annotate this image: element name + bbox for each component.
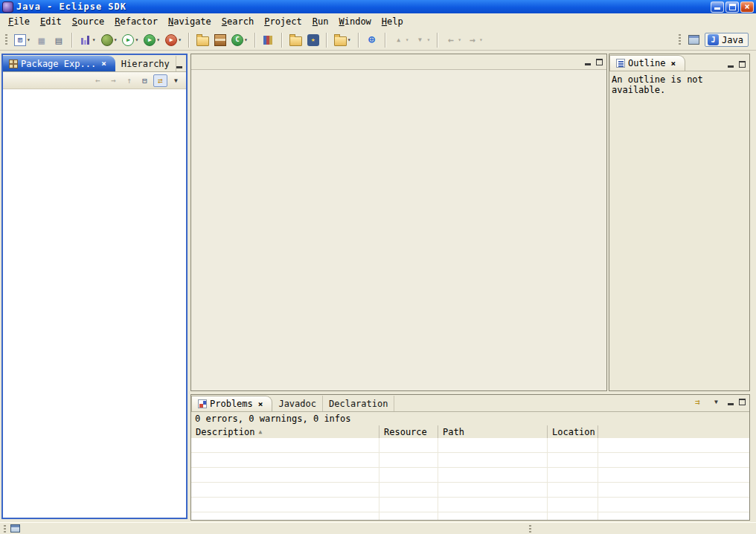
tab-javadoc[interactable]: Javadoc: [272, 396, 323, 411]
editor-area: [190, 54, 607, 391]
toolbar-drag-handle[interactable]: [5, 34, 7, 46]
maximize-editor-icon[interactable]: [596, 59, 603, 65]
toolbar-separator: [188, 33, 190, 48]
column-location[interactable]: Location: [548, 425, 598, 439]
column-path[interactable]: Path: [438, 425, 548, 439]
menu-source[interactable]: Source: [67, 14, 109, 29]
back-view-button[interactable]: ←: [91, 74, 105, 87]
filter-button[interactable]: ⇉: [691, 396, 705, 408]
view-menu-button[interactable]: ▼: [169, 74, 183, 87]
minimize-editor-icon[interactable]: [585, 59, 592, 65]
window-title: Java - Eclipse SDK: [16, 1, 126, 12]
fast-view-icon[interactable]: [10, 524, 20, 533]
menu-window[interactable]: Window: [333, 14, 376, 29]
package-explorer-tree[interactable]: [3, 89, 186, 518]
forward-arrow-icon: →: [467, 34, 478, 46]
web-browser-button[interactable]: ⊕: [364, 32, 380, 48]
menu-file[interactable]: File: [3, 14, 35, 29]
java-perspective-button[interactable]: J Java: [705, 33, 749, 47]
debug-button[interactable]: ▾: [99, 32, 120, 48]
minimize-view-icon[interactable]: [728, 399, 734, 405]
external-tools-button[interactable]: ▶ ▾: [163, 32, 184, 48]
minimize-view-icon[interactable]: [176, 62, 183, 68]
menu-navigate[interactable]: Navigate: [163, 14, 217, 29]
open-perspective-button[interactable]: [686, 33, 702, 47]
view-menu-button[interactable]: ▼: [709, 396, 723, 408]
toolbar-group-file: ⊞ ▾ ▦ ▤: [10, 32, 69, 48]
problems-view-controls: ⇉ ▼: [691, 396, 749, 411]
titlebar: Java - Eclipse SDK ×: [0, 0, 756, 13]
open-type-button[interactable]: [260, 32, 277, 48]
new-class-button[interactable]: C ▾: [229, 32, 250, 48]
run-button[interactable]: ▶ ▾: [120, 32, 141, 48]
maximize-button[interactable]: [725, 1, 739, 13]
previous-annotation-button[interactable]: ▲ ▾: [391, 32, 411, 48]
menu-search[interactable]: Search: [217, 14, 259, 29]
open-perspective-icon: [688, 35, 699, 45]
tab-package-explorer[interactable]: Package Exp... ×: [3, 56, 115, 71]
package-explorer-tab-icon: [9, 59, 18, 68]
print-button[interactable]: ▤: [51, 32, 67, 48]
menu-project[interactable]: Project: [259, 14, 307, 29]
toolbar-separator: [437, 33, 438, 48]
save-button[interactable]: ▦: [33, 32, 50, 48]
menubar: File Edit Source Refactor Navigate Searc…: [0, 13, 756, 30]
toolbar-group-browser: ⊕: [362, 32, 382, 48]
close-button[interactable]: ×: [740, 1, 754, 13]
next-annotation-button[interactable]: ▼ ▾: [411, 32, 432, 48]
new-java-project-button[interactable]: [194, 31, 211, 48]
toolbar-separator: [281, 33, 283, 48]
profile-icon: [80, 34, 92, 46]
column-filler: [598, 425, 749, 439]
open-resource-icon: [334, 36, 347, 46]
outline-tab-icon: [616, 59, 625, 68]
minimize-view-icon[interactable]: [728, 61, 734, 68]
tab-declaration[interactable]: Declaration: [323, 396, 394, 411]
new-wizard-icon: ⊞: [14, 34, 26, 46]
toolbar-separator: [254, 33, 256, 48]
problems-table-body[interactable]: [191, 438, 749, 520]
collapse-all-button[interactable]: ⊟: [138, 74, 152, 87]
menu-help[interactable]: Help: [377, 14, 409, 29]
toolbar-separator: [71, 33, 73, 48]
search-button[interactable]: ★: [305, 32, 321, 48]
forward-view-button[interactable]: →: [106, 74, 121, 87]
column-description[interactable]: Description ▲: [191, 425, 379, 439]
forward-button[interactable]: → ▾: [464, 32, 485, 48]
outline-tab-label: Outline: [628, 58, 666, 68]
link-with-editor-button[interactable]: ⇄: [153, 74, 167, 87]
menu-run[interactable]: Run: [307, 14, 334, 29]
table-row: [191, 468, 749, 483]
statusbar-center-handle[interactable]: [529, 525, 531, 533]
back-button[interactable]: ← ▾: [443, 32, 464, 48]
run-as-button[interactable]: ▶ ▾: [141, 32, 162, 48]
problems-view: Problems × Javadoc Declaration ⇉ ▼ 0 err…: [190, 394, 750, 521]
table-row: [191, 512, 749, 520]
new-package-button[interactable]: [212, 32, 228, 48]
dropdown-arrow-icon: ▾: [479, 37, 483, 43]
menu-edit[interactable]: Edit: [35, 14, 67, 29]
column-path-label: Path: [443, 427, 464, 437]
statusbar-drag-handle[interactable]: [4, 525, 6, 533]
toolbar-group-type: [258, 32, 279, 48]
up-view-button[interactable]: ↑: [122, 74, 136, 87]
tab-problems[interactable]: Problems ×: [191, 396, 272, 411]
dropdown-arrow-icon: ▾: [347, 37, 351, 43]
tab-outline[interactable]: Outline ×: [609, 55, 685, 71]
package-explorer-view: Package Exp... × Hierarchy ← → ↑ ⊟ ⇄ ▼: [1, 54, 188, 519]
minimize-button[interactable]: [711, 1, 724, 13]
close-tab-icon[interactable]: ×: [258, 400, 263, 408]
maximize-view-icon[interactable]: [739, 399, 746, 405]
menu-refactor[interactable]: Refactor: [109, 14, 163, 29]
close-tab-icon[interactable]: ×: [671, 59, 676, 68]
open-resource-button[interactable]: ▾: [332, 31, 353, 48]
tab-hierarchy[interactable]: Hierarchy: [115, 56, 176, 71]
profile-button[interactable]: ▾: [77, 32, 98, 48]
close-tab-icon[interactable]: ×: [101, 59, 106, 68]
perspective-bar-handle[interactable]: [679, 34, 681, 46]
maximize-view-icon[interactable]: [739, 61, 746, 68]
column-resource[interactable]: Resource: [379, 425, 438, 439]
new-wizard-button[interactable]: ⊞ ▾: [12, 32, 33, 48]
open-file-button[interactable]: [287, 31, 304, 48]
close-icon: ×: [744, 2, 749, 11]
